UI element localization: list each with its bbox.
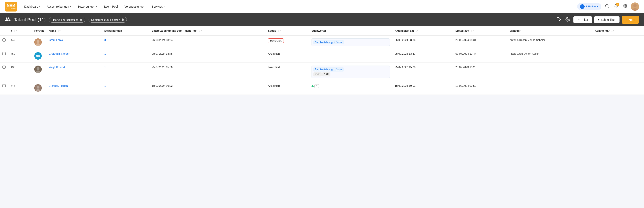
logo-text: MHM xyxy=(7,4,15,8)
row-bewerbungen[interactable]: 1 xyxy=(102,63,150,82)
row-erstellt: 25.07.2023 15:28 xyxy=(453,63,507,82)
row-bewerbungen[interactable]: 3 xyxy=(102,35,150,49)
row-letzte-zustimmung: 25.07.2023 15:30 xyxy=(150,63,266,82)
table-row: 459NGGroßhain, Norbert108.07.2024 13:45A… xyxy=(0,49,644,63)
nav-item-ausschreibungen[interactable]: Ausschreibungen ▾ xyxy=(44,3,74,10)
stichwort-tag[interactable]: Berufserfahrung: 4 Jahre xyxy=(313,40,344,44)
talent-pool-icon xyxy=(5,16,11,23)
row-letzte-zustimmung: 26.03.2024 08:34 xyxy=(150,35,266,49)
row-id: 459 xyxy=(8,49,32,63)
row-stichwörter: Berufserfahrung: 4 Jahre xyxy=(309,35,392,49)
row-manager xyxy=(507,82,592,95)
row-bewerbungen[interactable]: 1 xyxy=(102,49,150,63)
row-name[interactable]: Grau, Fabio xyxy=(46,35,102,49)
col-stichwörter: Stichwörter xyxy=(309,26,392,35)
row-checkbox-cell xyxy=(0,63,8,82)
search-button[interactable] xyxy=(604,3,610,10)
nav-item-bewerbungen[interactable]: Bewerbungen ▾ xyxy=(74,3,100,10)
chevron-down-icon: ▾ xyxy=(598,18,600,22)
row-erstellt: 18.03.2024 09:59 xyxy=(453,82,507,95)
row-name[interactable]: Voigt, Konrad xyxy=(46,63,102,82)
tags-button[interactable] xyxy=(555,16,562,24)
roles-label: 8 Rollen xyxy=(586,5,596,8)
talent-pool-table: # ▲▼ Portrait Name ▲▼ Bewerbungen Letzte… xyxy=(0,26,644,95)
row-checkbox-cell xyxy=(0,35,8,49)
row-name[interactable]: Großhain, Norbert xyxy=(46,49,102,63)
col-status[interactable]: Status ▲▼ xyxy=(266,26,309,35)
svg-point-7 xyxy=(567,19,568,20)
row-portrait xyxy=(32,82,46,95)
row-stichwörter: A xyxy=(309,82,392,95)
sort-icon: ▲▼ xyxy=(14,30,17,32)
svg-line-1 xyxy=(608,7,609,8)
row-kommentar xyxy=(592,63,644,82)
close-icon: 🗑 xyxy=(80,18,82,22)
chevron-down-icon: ▾ xyxy=(39,5,40,8)
table-row: 446Brenner, Florian118.03.2024 10:02Akze… xyxy=(0,82,644,95)
green-dot-icon: A xyxy=(312,84,319,88)
logo[interactable]: MHM MHM-HR.COM xyxy=(5,2,17,12)
table-row: 447Grau, Fabio326.03.2024 08:34Reservier… xyxy=(0,35,644,49)
row-checkbox[interactable] xyxy=(2,52,6,55)
row-erstellt: 08.07.2024 13:44 xyxy=(453,49,507,63)
notifications-button[interactable]: 2 xyxy=(613,3,619,10)
row-id: 447 xyxy=(8,35,32,49)
svg-point-4 xyxy=(633,4,636,8)
new-button[interactable]: + Neu xyxy=(622,16,639,24)
row-checkbox[interactable] xyxy=(2,66,6,69)
row-checkbox[interactable] xyxy=(2,84,6,87)
col-letzte-zustimmung[interactable]: Letzte Zustimmung zum Talent Pool ▲▼ xyxy=(150,26,266,35)
row-kommentar xyxy=(592,49,644,63)
row-status: Akzeptiert xyxy=(266,63,309,82)
nav-item-talent-pool[interactable]: Talent Pool xyxy=(101,3,120,10)
row-aktualisiert: 18.03.2024 10:02 xyxy=(392,82,453,95)
stichwort-tag[interactable]: Berufserfahrung: 4 Jahre xyxy=(313,68,344,72)
nav-item-veranstaltungen[interactable]: Veranstaltungen xyxy=(122,3,148,10)
avatar-image xyxy=(631,2,639,11)
col-kommentar[interactable]: Kommentar ▲▼ xyxy=(592,26,644,35)
sort-icon: ▲▼ xyxy=(470,30,474,32)
col-num[interactable]: # ▲▼ xyxy=(8,26,32,35)
logo-sub: MHM-HR.COM xyxy=(6,8,16,9)
sort-icon: ▲▼ xyxy=(611,30,614,32)
col-erstellt[interactable]: Erstellt am ▲▼ xyxy=(453,26,507,35)
row-letzte-zustimmung: 18.03.2024 10:02 xyxy=(150,82,266,95)
stichwort-plain: SAP xyxy=(322,72,330,76)
nav-item-dashboard[interactable]: Dashboard ▾ xyxy=(21,3,43,10)
svg-point-12 xyxy=(36,40,40,43)
row-aktualisiert: 25.07.2023 15:30 xyxy=(392,63,453,82)
sort-icon: ▲▼ xyxy=(278,30,281,32)
nav-item-services[interactable]: Services ▾ xyxy=(149,3,168,10)
sort-icon: ▲▼ xyxy=(58,30,61,32)
schnellfilter-button[interactable]: ▾ Schnellfilter xyxy=(594,16,619,23)
row-bewerbungen[interactable]: 1 xyxy=(102,82,150,95)
filter-reset-chip[interactable]: Filterung zurücksetzen 🗑 xyxy=(49,17,85,22)
chevron-down-icon: ▾ xyxy=(164,5,164,8)
row-manager: Fabio Grau, Anton Kostin xyxy=(507,49,592,63)
col-aktualisiert[interactable]: Aktualisiert am ▲▼ xyxy=(392,26,453,35)
col-name[interactable]: Name ▲▼ xyxy=(46,26,102,35)
nav-menu: Dashboard ▾ Ausschreibungen ▾ Bewerbunge… xyxy=(21,3,576,10)
roles-button[interactable]: 8 Rollen ▾ xyxy=(577,3,601,10)
svg-point-0 xyxy=(606,4,608,7)
sort-icon: ▲▼ xyxy=(416,30,419,32)
chevron-down-icon: ▾ xyxy=(70,5,71,8)
column-settings-button[interactable] xyxy=(564,16,571,24)
row-name[interactable]: Brenner, Florian xyxy=(46,82,102,95)
row-status: Akzeptiert xyxy=(266,82,309,95)
page-title: Talent Pool (11) xyxy=(14,17,46,22)
filter-button[interactable]: Filter xyxy=(573,16,592,23)
row-status: Reserviert xyxy=(266,35,309,49)
notification-badge: 2 xyxy=(616,3,619,6)
row-letzte-zustimmung: 08.07.2024 13:45 xyxy=(150,49,266,63)
col-bewerbungen: Bewerbungen xyxy=(102,26,150,35)
row-checkbox[interactable] xyxy=(2,38,6,42)
row-checkbox-cell xyxy=(0,82,8,95)
sort-reset-chip[interactable]: Sortierung zurücksetzen 🗑 xyxy=(88,17,127,22)
settings-button[interactable] xyxy=(622,3,628,10)
row-kommentar xyxy=(592,35,644,49)
nav-right: 8 Rollen ▾ 2 xyxy=(577,2,639,11)
user-avatar[interactable] xyxy=(631,2,639,11)
row-manager: Antonio Kostin, Jonas Schöler xyxy=(507,35,592,49)
subheader: Talent Pool (11) Filterung zurücksetzen … xyxy=(0,13,644,26)
